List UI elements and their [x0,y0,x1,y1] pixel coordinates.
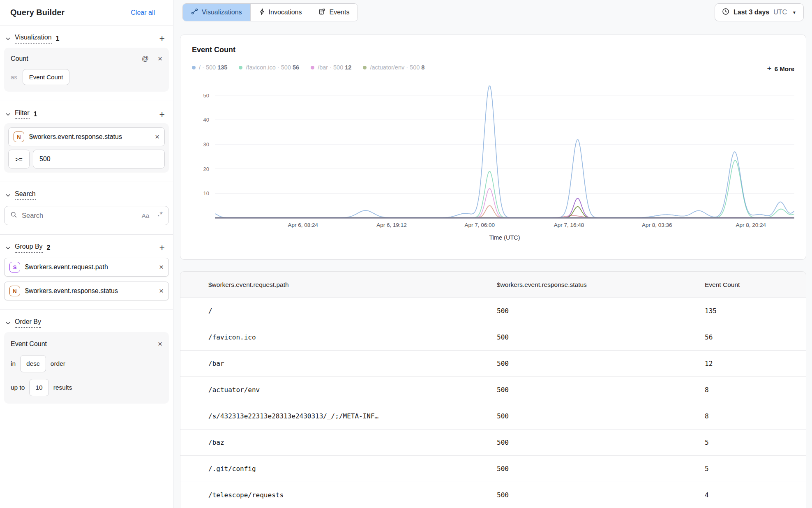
query-builder-sidebar: Query Builder Clear all Visualization 1 … [0,0,173,508]
legend-item[interactable]: / · 500 135 [192,64,227,71]
cell-request-path: / [208,307,497,315]
filter-field-selector[interactable]: N $workers.event.response.status × [8,127,165,146]
divider [0,182,173,182]
group-by-section-header: Group By 2 + [5,243,168,253]
cell-event-count: 8 [705,386,806,394]
remove-order-by-icon[interactable]: × [158,339,162,349]
visualization-section-label[interactable]: Visualization [15,34,52,44]
case-sensitivity-toggle[interactable]: Aa [142,212,149,219]
at-icon[interactable]: @ [142,55,149,63]
search-icon [10,211,17,220]
column-header-path: $workers.event.request.path [208,281,497,289]
search-section-header: Search [5,190,168,200]
x-axis-title: Time (UTC) [215,234,794,241]
remove-filter-icon[interactable]: × [155,132,159,141]
tab-visualizations[interactable]: Visualizations [183,4,251,21]
visualization-count: 1 [56,35,60,42]
table-row: /baz5005 [180,429,806,456]
filter-value-input[interactable]: 500 [33,150,165,169]
order-by-section-header: Order By [5,318,168,328]
results-table-card: $workers.event.request.path $workers.eve… [180,271,806,508]
cell-request-path: /s/432313e22313e28313e2430313/_/;/META-I… [208,412,497,420]
page-title: Query Builder [10,8,65,17]
remove-group-by-icon[interactable]: × [159,286,164,296]
remove-group-by-icon[interactable]: × [159,263,164,272]
table-row: /s/432313e22313e28313e2430313/_/;/META-I… [180,403,806,429]
time-range-picker[interactable]: Last 3 days UTC ▼ [715,3,804,21]
cell-response-status: 500 [497,412,705,420]
group-by-field-path[interactable]: S $workers.event.request.path × [4,258,169,277]
order-by-section-label[interactable]: Order By [15,318,41,328]
cell-response-status: 500 [497,307,705,315]
search-placeholder: Search [22,212,137,219]
add-group-by-button[interactable]: + [156,243,168,253]
series-color-dot [192,66,196,69]
add-visualization-button[interactable]: + [156,34,168,44]
clock-icon [722,8,729,17]
remove-visualization-icon[interactable]: × [158,54,162,63]
cell-request-path: /favicon.ico [208,333,497,341]
number-type-icon: N [9,286,20,296]
cell-request-path: /telescope/requests [208,491,497,499]
order-by-card: Event Count × in desc order up to 10 res… [4,332,169,404]
chart-plot[interactable] [215,82,794,219]
as-label: as [11,74,17,81]
order-by-field[interactable]: Event Count [11,340,158,348]
tab-invocations[interactable]: Invocations [251,4,311,21]
regex-toggle[interactable]: ▪* [158,213,163,218]
y-tick-label: 30 [203,141,209,148]
metric-label[interactable]: Count [11,55,142,62]
result-limit-input[interactable]: 10 [29,379,48,396]
cell-event-count: 12 [705,360,806,367]
table-row: /favicon.ico50056 [180,324,806,351]
cell-response-status: 500 [497,386,705,394]
column-header-status: $workers.event.response.status [497,281,705,289]
series-color-dot [311,66,314,69]
visualization-card: Count @ × as Event Count [4,48,169,92]
x-tick-label: Apr 6, 19:12 [376,222,407,228]
x-tick-label: Apr 6, 08:24 [288,222,318,228]
tab-events[interactable]: Events [310,4,358,21]
filter-section-label[interactable]: Filter [15,109,30,119]
y-tick-label: 20 [203,166,209,172]
y-axis-labels: 1020304050 [192,82,209,219]
chart-legend: / · 500 135/favicon.ico · 500 56/bar · 5… [192,64,767,71]
search-input[interactable]: Search Aa ▪* [4,206,169,225]
series-color-dot [363,66,367,69]
chevron-down-icon[interactable] [5,112,11,117]
chevron-down-icon[interactable] [5,36,11,42]
chart-title: Event Count [192,46,794,54]
order-direction-select[interactable]: desc [20,355,46,372]
divider [0,101,173,101]
cell-request-path: /bar [208,360,497,367]
results-label: results [53,384,72,391]
clear-all-button[interactable]: Clear all [131,9,155,16]
cell-event-count: 4 [705,491,806,499]
table-row: /500135 [180,298,806,324]
series-color-dot [239,66,242,69]
more-series-button[interactable]: + 6 More [767,64,794,75]
filter-field-name: $workers.event.response.status [29,133,150,141]
lightning-icon [259,8,265,17]
filter-operator-select[interactable]: >= [8,150,30,169]
visualization-section-header: Visualization 1 + [5,34,168,44]
group-by-field-status[interactable]: N $workers.event.response.status × [4,282,169,300]
plus-icon: + [767,64,772,73]
event-count-chart-card: Event Count / · 500 135/favicon.ico · 50… [180,35,806,260]
search-section-label[interactable]: Search [15,190,36,200]
chevron-down-icon[interactable] [5,245,11,251]
chevron-down-icon[interactable] [5,321,11,326]
visualization-alias-field[interactable]: Event Count [23,69,70,85]
chevron-down-icon[interactable] [5,193,11,198]
cell-request-path: /actuator/env [208,386,497,394]
table-header-row: $workers.event.request.path $workers.eve… [180,272,806,298]
add-filter-button[interactable]: + [156,110,168,119]
cell-event-count: 5 [705,439,806,446]
legend-item[interactable]: /bar · 500 12 [311,64,351,71]
legend-item[interactable]: /actuator/env · 500 8 [363,64,424,71]
legend-item[interactable]: /favicon.ico · 500 56 [239,64,299,71]
topbar: Visualizations Invocations Events Last 3… [173,0,812,21]
table-row: /bar50012 [180,351,806,377]
group-by-section-label[interactable]: Group By [15,243,43,253]
main-area: Visualizations Invocations Events Last 3… [173,0,812,508]
